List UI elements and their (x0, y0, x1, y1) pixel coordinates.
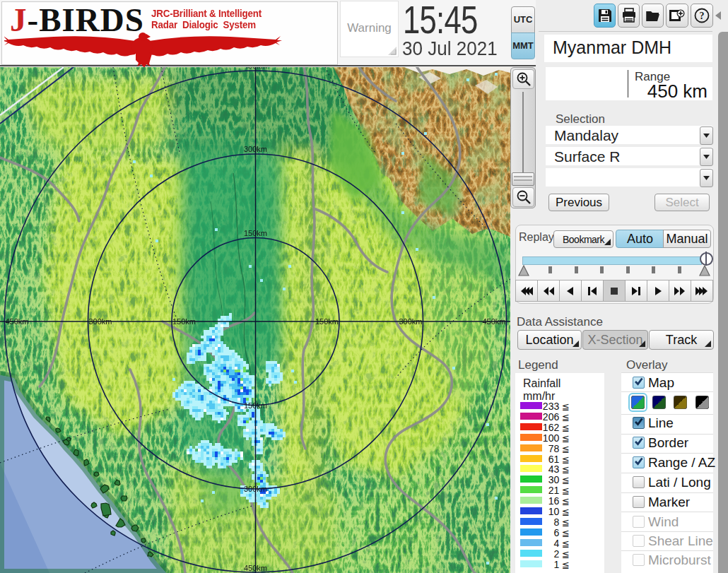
svg-text:450km: 450km (244, 67, 267, 70)
svg-text:300km: 300km (244, 145, 267, 153)
svg-text:450km: 450km (482, 317, 505, 326)
svg-text:300km: 300km (89, 317, 112, 326)
svg-text:150km: 150km (315, 317, 339, 326)
svg-text:450km: 450km (244, 564, 267, 572)
svg-text:150km: 150km (244, 229, 267, 237)
svg-text:150km: 150km (244, 401, 267, 410)
svg-text:300km: 300km (399, 317, 422, 326)
svg-text:450km: 450km (6, 317, 29, 326)
svg-text:?: ? (700, 11, 705, 21)
svg-text:150km: 150km (172, 317, 196, 326)
svg-text:300km: 300km (244, 485, 267, 493)
